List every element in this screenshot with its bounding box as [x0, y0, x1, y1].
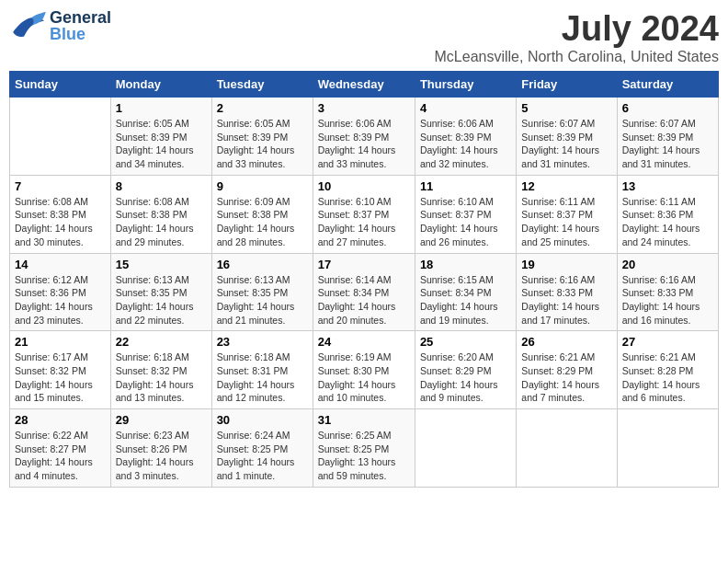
day-number: 27 — [622, 335, 713, 349]
logo-general-text: General — [50, 9, 111, 26]
day-number: 31 — [318, 413, 410, 427]
calendar-week-5: 28Sunrise: 6:22 AM Sunset: 8:27 PM Dayli… — [10, 409, 719, 488]
day-number: 5 — [521, 101, 611, 115]
weekday-header-row: SundayMondayTuesdayWednesdayThursdayFrid… — [10, 72, 719, 98]
day-info: Sunrise: 6:21 AM Sunset: 8:29 PM Dayligh… — [521, 350, 611, 405]
calendar-cell: 17Sunrise: 6:14 AM Sunset: 8:34 PM Dayli… — [313, 253, 415, 331]
day-number: 7 — [15, 179, 106, 193]
weekday-header-sunday: Sunday — [10, 72, 111, 98]
calendar-table: SundayMondayTuesdayWednesdayThursdayFrid… — [9, 71, 719, 488]
calendar-body: 1Sunrise: 6:05 AM Sunset: 8:39 PM Daylig… — [10, 98, 719, 488]
day-info: Sunrise: 6:14 AM Sunset: 8:34 PM Dayligh… — [318, 273, 410, 327]
day-number: 29 — [116, 413, 207, 427]
calendar-header: SundayMondayTuesdayWednesdayThursdayFrid… — [10, 72, 719, 98]
month-title: July 2024 — [435, 9, 719, 49]
day-number: 22 — [116, 335, 207, 349]
calendar-cell: 28Sunrise: 6:22 AM Sunset: 8:27 PM Dayli… — [10, 409, 111, 488]
day-info: Sunrise: 6:16 AM Sunset: 8:33 PM Dayligh… — [622, 273, 713, 327]
day-number: 20 — [622, 258, 713, 271]
day-number: 23 — [217, 335, 308, 349]
calendar-cell — [617, 409, 718, 488]
calendar-week-3: 14Sunrise: 6:12 AM Sunset: 8:36 PM Dayli… — [10, 253, 719, 331]
day-number: 14 — [15, 258, 106, 271]
day-info: Sunrise: 6:10 AM Sunset: 8:37 PM Dayligh… — [420, 195, 511, 249]
calendar-cell: 11Sunrise: 6:10 AM Sunset: 8:37 PM Dayli… — [415, 175, 516, 253]
calendar-cell: 10Sunrise: 6:10 AM Sunset: 8:37 PM Dayli… — [313, 175, 415, 253]
day-number: 17 — [318, 258, 410, 271]
day-info: Sunrise: 6:09 AM Sunset: 8:38 PM Dayligh… — [217, 195, 308, 249]
day-info: Sunrise: 6:12 AM Sunset: 8:36 PM Dayligh… — [15, 273, 106, 327]
calendar-cell: 9Sunrise: 6:09 AM Sunset: 8:38 PM Daylig… — [211, 175, 313, 253]
weekday-header-monday: Monday — [110, 72, 211, 98]
weekday-header-saturday: Saturday — [617, 72, 718, 98]
calendar-cell: 2Sunrise: 6:05 AM Sunset: 8:39 PM Daylig… — [211, 98, 313, 176]
weekday-header-wednesday: Wednesday — [313, 72, 415, 98]
weekday-header-tuesday: Tuesday — [211, 72, 313, 98]
day-info: Sunrise: 6:17 AM Sunset: 8:32 PM Dayligh… — [15, 350, 106, 405]
day-info: Sunrise: 6:18 AM Sunset: 8:31 PM Dayligh… — [217, 350, 308, 405]
calendar-cell: 30Sunrise: 6:24 AM Sunset: 8:25 PM Dayli… — [211, 409, 313, 488]
day-number: 18 — [420, 258, 511, 271]
day-number: 30 — [217, 413, 308, 427]
day-number: 25 — [420, 335, 511, 349]
calendar-cell: 24Sunrise: 6:19 AM Sunset: 8:30 PM Dayli… — [313, 331, 415, 409]
day-info: Sunrise: 6:22 AM Sunset: 8:27 PM Dayligh… — [15, 429, 106, 483]
day-number: 15 — [116, 258, 207, 271]
day-number: 13 — [622, 179, 713, 193]
title-area: July 2024 McLeansville, North Carolina, … — [435, 9, 719, 65]
day-info: Sunrise: 6:08 AM Sunset: 8:38 PM Dayligh… — [116, 195, 207, 249]
calendar-cell: 19Sunrise: 6:16 AM Sunset: 8:33 PM Dayli… — [517, 253, 617, 331]
day-info: Sunrise: 6:24 AM Sunset: 8:25 PM Dayligh… — [217, 429, 308, 483]
day-number: 1 — [116, 101, 207, 115]
day-number: 21 — [15, 335, 106, 349]
calendar-cell — [10, 98, 111, 176]
calendar-cell: 6Sunrise: 6:07 AM Sunset: 8:39 PM Daylig… — [617, 98, 718, 176]
day-info: Sunrise: 6:13 AM Sunset: 8:35 PM Dayligh… — [116, 273, 207, 327]
day-number: 11 — [420, 179, 511, 193]
logo-text: General Blue — [50, 9, 111, 42]
calendar-cell: 5Sunrise: 6:07 AM Sunset: 8:39 PM Daylig… — [517, 98, 617, 176]
day-info: Sunrise: 6:19 AM Sunset: 8:30 PM Dayligh… — [318, 350, 410, 405]
calendar-cell: 18Sunrise: 6:15 AM Sunset: 8:34 PM Dayli… — [415, 253, 516, 331]
day-number: 6 — [622, 101, 713, 115]
calendar-cell: 13Sunrise: 6:11 AM Sunset: 8:36 PM Dayli… — [617, 175, 718, 253]
day-number: 10 — [318, 179, 410, 193]
calendar-cell: 8Sunrise: 6:08 AM Sunset: 8:38 PM Daylig… — [110, 175, 211, 253]
calendar-cell: 26Sunrise: 6:21 AM Sunset: 8:29 PM Dayli… — [517, 331, 617, 409]
calendar-cell: 20Sunrise: 6:16 AM Sunset: 8:33 PM Dayli… — [617, 253, 718, 331]
day-info: Sunrise: 6:23 AM Sunset: 8:26 PM Dayligh… — [116, 429, 207, 483]
calendar-cell: 25Sunrise: 6:20 AM Sunset: 8:29 PM Dayli… — [415, 331, 516, 409]
header: General Blue July 2024 McLeansville, Nor… — [9, 9, 719, 65]
calendar-cell — [517, 409, 617, 488]
day-info: Sunrise: 6:05 AM Sunset: 8:39 PM Dayligh… — [217, 117, 308, 171]
day-info: Sunrise: 6:08 AM Sunset: 8:38 PM Dayligh… — [15, 195, 106, 249]
day-number: 8 — [116, 179, 207, 193]
calendar-cell: 14Sunrise: 6:12 AM Sunset: 8:36 PM Dayli… — [10, 253, 111, 331]
day-number: 2 — [217, 101, 308, 115]
day-info: Sunrise: 6:25 AM Sunset: 8:25 PM Dayligh… — [318, 429, 410, 483]
day-number: 4 — [420, 101, 511, 115]
day-info: Sunrise: 6:16 AM Sunset: 8:33 PM Dayligh… — [521, 273, 611, 327]
day-number: 19 — [521, 258, 611, 271]
calendar-cell: 15Sunrise: 6:13 AM Sunset: 8:35 PM Dayli… — [110, 253, 211, 331]
calendar-week-2: 7Sunrise: 6:08 AM Sunset: 8:38 PM Daylig… — [10, 175, 719, 253]
weekday-header-friday: Friday — [517, 72, 617, 98]
day-info: Sunrise: 6:05 AM Sunset: 8:39 PM Dayligh… — [116, 117, 207, 171]
day-info: Sunrise: 6:20 AM Sunset: 8:29 PM Dayligh… — [420, 350, 511, 405]
day-info: Sunrise: 6:06 AM Sunset: 8:39 PM Dayligh… — [318, 117, 410, 171]
day-number: 3 — [318, 101, 410, 115]
day-number: 26 — [521, 335, 611, 349]
day-info: Sunrise: 6:10 AM Sunset: 8:37 PM Dayligh… — [318, 195, 410, 249]
day-info: Sunrise: 6:11 AM Sunset: 8:36 PM Dayligh… — [622, 195, 713, 249]
day-number: 9 — [217, 179, 308, 193]
calendar-cell: 27Sunrise: 6:21 AM Sunset: 8:28 PM Dayli… — [617, 331, 718, 409]
day-number: 12 — [521, 179, 611, 193]
day-info: Sunrise: 6:07 AM Sunset: 8:39 PM Dayligh… — [521, 117, 611, 171]
day-info: Sunrise: 6:21 AM Sunset: 8:28 PM Dayligh… — [622, 350, 713, 405]
day-info: Sunrise: 6:06 AM Sunset: 8:39 PM Dayligh… — [420, 117, 511, 171]
day-number: 16 — [217, 258, 308, 271]
location-title: McLeansville, North Carolina, United Sta… — [435, 49, 719, 65]
calendar-week-1: 1Sunrise: 6:05 AM Sunset: 8:39 PM Daylig… — [10, 98, 719, 176]
day-number: 28 — [15, 413, 106, 427]
calendar-cell: 7Sunrise: 6:08 AM Sunset: 8:38 PM Daylig… — [10, 175, 111, 253]
